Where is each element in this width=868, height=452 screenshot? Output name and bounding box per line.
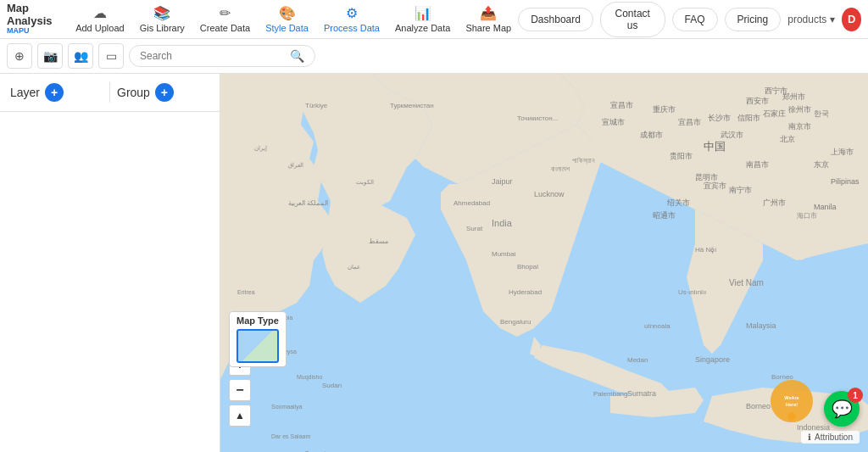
nav-process-data[interactable]: ⚙ Process Data xyxy=(317,2,387,36)
chat-badge: 1 xyxy=(848,388,863,403)
nav-create-data[interactable]: ✏ Create Data xyxy=(193,2,257,36)
top-navigation: Map Analysis MAPU ☁ Add Upload 📚 Gis Lib… xyxy=(0,0,868,39)
screenshot-icon: 📷 xyxy=(43,49,58,63)
panel-header: Layer + Group + xyxy=(0,74,220,112)
search-input[interactable] xyxy=(140,50,285,62)
svg-text:徐州市: 徐州市 xyxy=(788,105,811,114)
layers-icon: ▭ xyxy=(106,49,117,63)
map-type-label: Map Type xyxy=(236,315,279,326)
svg-text:海口市: 海口市 xyxy=(797,212,817,220)
svg-text:昆明市: 昆明市 xyxy=(695,173,718,181)
svg-text:বাংলাদেশ: বাংলাদেশ xyxy=(551,165,570,173)
svg-text:南宁市: 南宁市 xyxy=(729,186,752,194)
svg-text:Lucknow: Lucknow xyxy=(534,190,565,198)
chat-button[interactable]: 💬 1 xyxy=(824,391,860,427)
layer-label: Layer xyxy=(10,86,40,99)
svg-text:Medan: Medan xyxy=(627,356,648,364)
svg-text:上海市: 上海市 xyxy=(831,148,854,156)
products-dropdown[interactable]: products ▾ xyxy=(787,14,835,25)
svg-text:India: India xyxy=(492,218,513,228)
nav-right: Dashboard Contact us FAQ Pricing product… xyxy=(518,2,861,37)
process-data-icon: ⚙ xyxy=(346,5,358,21)
search-icon: 🔍 xyxy=(290,49,304,63)
svg-text:الكويت: الكويت xyxy=(356,179,374,186)
attribution-label: Attribution xyxy=(815,432,853,442)
nav-analyze-data[interactable]: 📊 Analyze Data xyxy=(388,2,457,36)
svg-text:Muqdisho: Muqdisho xyxy=(297,374,322,381)
app-name: Map Analysis xyxy=(7,3,58,27)
layers-button[interactable]: ▭ xyxy=(98,43,124,69)
compass-button[interactable]: ▲ xyxy=(229,405,251,427)
left-panel: Layer + Group + xyxy=(0,74,220,452)
nav-add-upload[interactable]: ☁ Add Upload xyxy=(69,2,131,36)
map-type-thumbnail[interactable] xyxy=(236,329,279,363)
svg-text:Palembang: Palembang xyxy=(593,390,627,398)
group-section: Group + xyxy=(117,83,209,102)
nav-process-data-label: Process Data xyxy=(324,23,380,33)
nav-share-map-label: Share Map xyxy=(465,23,511,33)
contact-button[interactable]: Contact us xyxy=(600,2,665,37)
map-type-control: Map Type xyxy=(229,311,287,367)
create-data-icon: ✏ xyxy=(220,5,231,21)
nav-share-map[interactable]: 📤 Share Map xyxy=(459,2,518,36)
svg-text:Singapore: Singapore xyxy=(695,355,730,364)
svg-text:绍关市: 绍关市 xyxy=(667,198,690,207)
svg-text:西安市: 西安市 xyxy=(746,97,769,105)
zoom-out-button[interactable]: − xyxy=(229,379,251,401)
svg-text:uInnoala: uInnoala xyxy=(644,322,670,330)
analyze-data-icon: 📊 xyxy=(415,5,431,21)
app-sub: MAPU xyxy=(7,27,30,36)
search-bar: 🔍 xyxy=(129,45,315,67)
svg-text:Bengaluru: Bengaluru xyxy=(500,318,531,326)
locate-icon: ⊕ xyxy=(14,49,25,63)
svg-text:广州市: 广州市 xyxy=(763,198,786,207)
svg-text:石家庄: 石家庄 xyxy=(763,109,786,118)
toolbar: ⊕ 📷 👥 ▭ 🔍 xyxy=(0,39,868,74)
svg-text:南京市: 南京市 xyxy=(788,122,811,131)
dashboard-button[interactable]: Dashboard xyxy=(518,8,593,31)
people-button[interactable]: 👥 xyxy=(68,43,93,69)
svg-text:Here!: Here! xyxy=(786,402,798,407)
svg-text:WeAre: WeAre xyxy=(784,395,798,400)
products-label: products xyxy=(787,14,826,25)
svg-text:宜宾市: 宜宾市 xyxy=(704,181,726,190)
svg-text:Eritrea: Eritrea xyxy=(237,289,255,295)
svg-text:Viet Nam: Viet Nam xyxy=(729,278,764,287)
products-chevron-icon: ▾ xyxy=(830,14,835,25)
add-layer-button[interactable]: + xyxy=(45,83,64,102)
svg-text:Jaipur: Jaipur xyxy=(492,177,513,186)
compass-icon: ▲ xyxy=(235,410,245,421)
group-label: Group xyxy=(117,86,150,99)
svg-text:পাকিস্তান: পাকিস্তান xyxy=(572,157,595,165)
svg-text:贵阳市: 贵阳市 xyxy=(670,152,693,160)
faq-button[interactable]: FAQ xyxy=(672,8,718,31)
svg-text:南昌市: 南昌市 xyxy=(746,160,769,169)
nav-style-data[interactable]: 🎨 Style Data xyxy=(259,2,315,36)
svg-text:Sumatra: Sumatra xyxy=(627,389,656,398)
pricing-button[interactable]: Pricing xyxy=(725,8,782,31)
screenshot-button[interactable]: 📷 xyxy=(37,43,63,69)
add-upload-icon: ☁ xyxy=(93,5,107,21)
svg-text:Mumbai: Mumbai xyxy=(492,250,516,258)
we-are-here-badge: WeAre Here! xyxy=(766,376,817,427)
svg-text:Us·ınlınlıı: Us·ınlınlıı xyxy=(678,288,706,296)
svg-text:重庆市: 重庆市 xyxy=(653,105,676,114)
svg-text:Точикистон...: Точикистон... xyxy=(517,114,558,122)
svg-text:宜昌市: 宜昌市 xyxy=(678,118,701,126)
info-icon: ℹ xyxy=(808,432,811,442)
locate-button[interactable]: ⊕ xyxy=(7,43,32,69)
attribution-control[interactable]: ℹ Attribution xyxy=(801,431,860,444)
svg-text:昭通市: 昭通市 xyxy=(653,211,676,220)
svg-text:长沙市: 长沙市 xyxy=(708,114,731,122)
user-avatar[interactable]: D xyxy=(842,8,861,31)
nav-analyze-data-label: Analyze Data xyxy=(395,23,450,33)
nav-gis-library[interactable]: 📚 Gis Library xyxy=(133,2,192,36)
svg-text:Bhopal: Bhopal xyxy=(517,263,538,271)
add-group-button[interactable]: + xyxy=(155,83,174,102)
svg-text:北京: 北京 xyxy=(780,135,795,143)
svg-text:武汉市: 武汉市 xyxy=(721,131,743,139)
svg-text:المملكة العربية: المملكة العربية xyxy=(288,199,328,207)
app-logo: Map Analysis MAPU xyxy=(7,3,58,35)
style-data-icon: 🎨 xyxy=(279,5,296,21)
svg-text:한국: 한국 xyxy=(814,109,829,118)
